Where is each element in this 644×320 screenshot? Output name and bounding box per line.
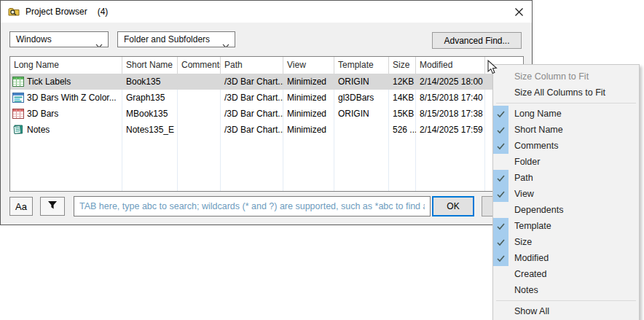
- view-cell: Minimized: [283, 106, 334, 122]
- menu-item-dependents[interactable]: Dependents: [493, 202, 639, 218]
- table-row[interactable]: Tick LabelsBook135/3D Bar Chart...Minimi…: [10, 74, 523, 90]
- file-list-table: Long NameShort NameCommentsPathViewTempl…: [9, 56, 524, 192]
- close-button[interactable]: [511, 5, 526, 20]
- project-browser-icon: [8, 6, 20, 17]
- menu-item-show-all[interactable]: Show All: [493, 303, 639, 319]
- modified-cell: 2/14/2025 17:59: [416, 122, 485, 138]
- menu-item-label: Size All Columns to Fit: [514, 87, 605, 98]
- search-input[interactable]: [74, 196, 431, 216]
- column-header-long-name[interactable]: Long Name: [10, 57, 122, 74]
- filter-button[interactable]: [40, 197, 65, 216]
- checkmark-icon: [493, 106, 508, 122]
- project-browser-dialog: Project Browser (4) Windows Folder and S…: [0, 0, 533, 225]
- match-case-button[interactable]: Aa: [9, 197, 33, 216]
- checkmark-icon: [493, 218, 508, 234]
- short-name-cell: Book135: [122, 74, 178, 90]
- checkmark-icon: [493, 170, 508, 186]
- column-header-modified[interactable]: Modified: [416, 57, 485, 74]
- check-zone-empty: [493, 202, 508, 218]
- check-zone-empty: [493, 303, 508, 319]
- menu-item-label: Short Name: [514, 125, 563, 135]
- template-cell: gl3DBars: [334, 90, 389, 106]
- window-type-dropdown[interactable]: Windows: [9, 31, 109, 47]
- menu-item-label: Comments: [514, 141, 558, 151]
- size-cell: 15KB: [389, 106, 416, 122]
- template-cell: [334, 122, 389, 138]
- menu-item-label: Notes: [514, 285, 538, 295]
- checkmark-icon: [493, 250, 508, 266]
- menu-item-path[interactable]: Path: [493, 170, 639, 186]
- menu-item-comments[interactable]: Comments: [493, 138, 639, 154]
- check-zone-empty: [493, 154, 508, 170]
- menu-item-label: Path: [514, 173, 533, 183]
- notes-icon: [12, 124, 24, 136]
- long-name-label: Tick Labels: [27, 74, 71, 90]
- menu-item-long-name[interactable]: Long Name: [493, 106, 639, 122]
- menu-item-view[interactable]: View: [493, 186, 639, 202]
- menu-item-label: Size Column to Fit: [514, 71, 589, 82]
- window-type-dropdown-value: Windows: [16, 34, 52, 44]
- column-context-menu: Size Column to FitSize All Columns to Fi…: [492, 64, 640, 320]
- path-cell: /3D Bar Chart...: [221, 90, 283, 106]
- view-cell: Minimized: [283, 122, 334, 138]
- column-header-view[interactable]: View: [283, 57, 334, 74]
- path-cell: /3D Bar Chart...: [221, 74, 283, 90]
- menu-item-modified[interactable]: Modified: [493, 250, 639, 266]
- check-zone-empty: [493, 266, 508, 282]
- long-name-label: 3D Bars: [27, 106, 58, 122]
- comments-cell: [178, 122, 221, 138]
- menu-item-label: Long Name: [514, 109, 562, 119]
- column-header-short-name[interactable]: Short Name: [122, 57, 178, 74]
- menu-item-short-name[interactable]: Short Name: [493, 122, 639, 138]
- comments-cell: [178, 74, 221, 90]
- menu-item-size-all-columns-to-fit[interactable]: Size All Columns to Fit: [493, 85, 639, 101]
- table-row[interactable]: 3D BarsMBook135/3D Bar Chart...Minimized…: [10, 106, 523, 122]
- menu-item-notes[interactable]: Notes: [493, 282, 639, 298]
- menu-item-label: Show All: [514, 306, 549, 316]
- menu-item-label: Created: [514, 269, 546, 279]
- template-cell: ORIGIN: [334, 74, 389, 90]
- menu-item-label: Size: [514, 237, 532, 247]
- size-cell: 526 ...: [389, 122, 416, 138]
- menu-item-template[interactable]: Template: [493, 218, 639, 234]
- title-bar: Project Browser (4): [1, 1, 532, 23]
- graph-icon: [12, 92, 24, 104]
- menu-item-size[interactable]: Size: [493, 234, 639, 250]
- worksheet-icon: [12, 76, 24, 87]
- long-name-cell: Notes: [10, 122, 122, 138]
- advanced-find-button[interactable]: Advanced Find...: [432, 32, 522, 49]
- size-cell: 12KB: [389, 74, 416, 90]
- table-row[interactable]: 3D Bars With Z Color...Graph135/3D Bar C…: [10, 90, 523, 106]
- column-header-path[interactable]: Path: [221, 57, 283, 74]
- close-icon: [515, 7, 523, 18]
- table-row[interactable]: NotesNotes135_E/3D Bar Chart...Minimized…: [10, 122, 523, 138]
- menu-item-label: Folder: [514, 157, 540, 167]
- chevron-down-icon: [95, 38, 103, 47]
- checkmark-icon: [493, 122, 508, 138]
- path-cell: /3D Bar Chart...: [221, 106, 283, 122]
- table-header-row: Long NameShort NameCommentsPathViewTempl…: [10, 57, 523, 74]
- window-item-count: (4): [98, 7, 109, 17]
- comments-cell: [178, 106, 221, 122]
- view-cell: Minimized: [283, 90, 334, 106]
- menu-item-folder[interactable]: Folder: [493, 154, 639, 170]
- menu-item-label: View: [514, 189, 534, 199]
- ok-button[interactable]: OK: [432, 196, 474, 216]
- menu-item-size-column-to-fit: Size Column to Fit: [493, 69, 639, 85]
- column-header-size[interactable]: Size: [389, 57, 416, 74]
- comments-cell: [178, 90, 221, 106]
- menu-item-label: Dependents: [514, 205, 563, 215]
- path-cell: /3D Bar Chart...: [221, 122, 283, 138]
- folder-scope-dropdown-value: Folder and Subfolders: [124, 34, 210, 44]
- column-header-template[interactable]: Template: [334, 57, 389, 74]
- folder-scope-dropdown[interactable]: Folder and Subfolders: [117, 31, 235, 47]
- menu-item-label: Template: [514, 221, 551, 231]
- menu-separator: [496, 103, 636, 104]
- column-header-comments[interactable]: Comments: [178, 57, 221, 74]
- menu-item-label: Modified: [514, 253, 549, 263]
- window-title: Project Browser: [25, 7, 87, 17]
- check-zone-empty: [493, 282, 508, 298]
- menu-item-created[interactable]: Created: [493, 266, 639, 282]
- long-name-label: 3D Bars With Z Color...: [27, 90, 117, 106]
- checkmark-icon: [493, 234, 508, 250]
